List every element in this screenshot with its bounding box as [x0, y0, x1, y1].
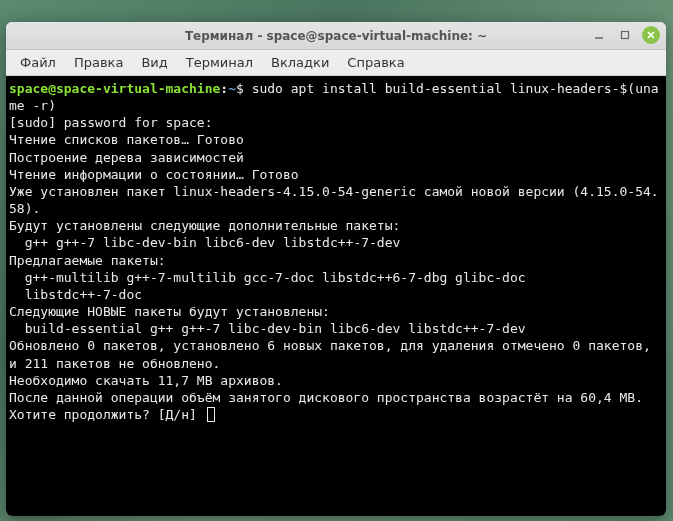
menu-edit[interactable]: Правка [66, 52, 131, 73]
terminal-area[interactable]: space@space-virtual-machine:~$ sudo apt … [6, 76, 666, 516]
menu-file[interactable]: Файл [12, 52, 64, 73]
maximize-button[interactable] [616, 26, 634, 44]
menu-help[interactable]: Справка [339, 52, 412, 73]
terminal-window: Терминал - space@space-virtual-machine: … [6, 22, 666, 516]
terminal-line: Построение дерева зависимостей [9, 150, 244, 165]
terminal-line: Чтение информации о состоянии… Готово [9, 167, 299, 182]
cursor [207, 407, 215, 422]
menu-tabs[interactable]: Вкладки [263, 52, 337, 73]
titlebar: Терминал - space@space-virtual-machine: … [6, 22, 666, 50]
terminal-line: [sudo] password for space: [9, 115, 213, 130]
terminal-line: build-essential g++ g++-7 libc-dev-bin l… [9, 321, 526, 336]
terminal-line: libstdc++-7-doc [9, 287, 142, 302]
terminal-line: Необходимо скачать 11,7 MB архивов. [9, 373, 283, 388]
terminal-line: Чтение списков пакетов… Готово [9, 132, 244, 147]
window-controls [590, 26, 660, 44]
prompt-dollar: $ [236, 81, 244, 96]
menu-terminal[interactable]: Терминал [178, 52, 261, 73]
terminal-line: После данной операции объём занятого дис… [9, 390, 643, 405]
window-title: Терминал - space@space-virtual-machine: … [185, 29, 487, 43]
prompt-user-host: space@space-virtual-machine [9, 81, 220, 96]
terminal-line: Следующие НОВЫЕ пакеты будут установлены… [9, 304, 330, 319]
terminal-line: g++-multilib g++-7-multilib gcc-7-doc li… [9, 270, 526, 285]
prompt-path: ~ [228, 81, 236, 96]
menu-view[interactable]: Вид [133, 52, 175, 73]
terminal-line: Предлагаемые пакеты: [9, 253, 166, 268]
svg-rect-1 [622, 32, 629, 39]
close-button[interactable] [642, 26, 660, 44]
terminal-line: Уже установлен пакет linux-headers-4.15.… [9, 184, 659, 216]
minimize-button[interactable] [590, 26, 608, 44]
prompt-colon: : [220, 81, 228, 96]
menubar: Файл Правка Вид Терминал Вкладки Справка [6, 50, 666, 76]
terminal-line: Будут установлены следующие дополнительн… [9, 218, 400, 233]
terminal-line: Хотите продолжить? [Д/н] [9, 407, 205, 422]
terminal-line: g++ g++-7 libc-dev-bin libc6-dev libstdc… [9, 235, 400, 250]
terminal-line: Обновлено 0 пакетов, установлено 6 новых… [9, 338, 659, 370]
